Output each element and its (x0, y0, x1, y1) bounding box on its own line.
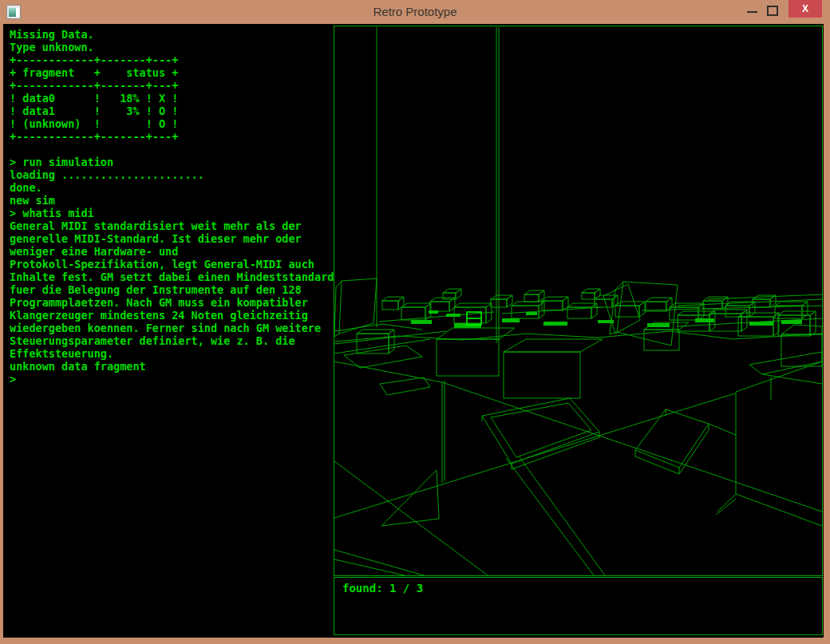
close-button[interactable]: X (788, 0, 822, 18)
terminal-panel[interactable]: Missing Data. Type unknown. +-----------… (3, 24, 334, 636)
close-icon: X (802, 3, 808, 14)
viewport-3d[interactable] (334, 26, 823, 576)
maximize-button[interactable] (767, 6, 778, 16)
found-status-text: found: 1 / 3 (342, 582, 423, 595)
wireframe-scene (334, 26, 822, 575)
window-border-bottom (0, 638, 830, 644)
minimize-button[interactable] (747, 11, 757, 13)
window-title: Retro Prototype (0, 0, 830, 24)
app-window: Retro Prototype X Missing Data. Type unk… (0, 0, 830, 644)
terminal-output: Missing Data. Type unknown. +-----------… (10, 28, 334, 385)
status-panel: found: 1 / 3 (334, 577, 823, 635)
titlebar[interactable]: Retro Prototype X (0, 0, 830, 24)
window-border-right (824, 24, 830, 644)
